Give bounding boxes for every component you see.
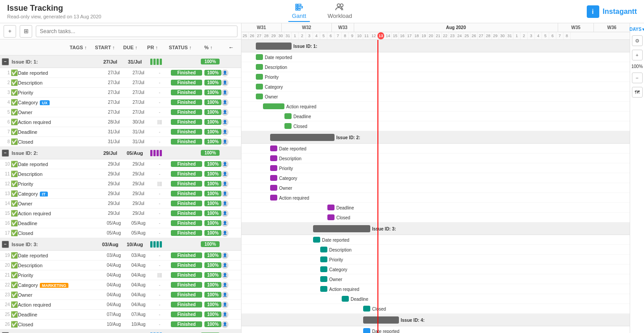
- gantt-task-label: Category: [265, 84, 283, 89]
- gantt-task-label: Date reported: [265, 55, 292, 60]
- gantt-task-bar: [320, 247, 327, 252]
- task-name[interactable]: Action required: [18, 211, 102, 216]
- pr-bar: [150, 241, 153, 248]
- gantt-task-row: Category: [242, 173, 630, 183]
- days-dropdown[interactable]: DAYS ▾: [630, 27, 644, 32]
- task-name[interactable]: Owner: [18, 201, 102, 206]
- task-name[interactable]: CategoryUX: [18, 100, 102, 105]
- group-toggle[interactable]: −: [2, 149, 9, 157]
- tab-workload[interactable]: Workload: [324, 1, 356, 22]
- task-num: 7: [2, 129, 10, 134]
- task-name[interactable]: Date reported: [18, 70, 102, 76]
- gantt-task-row: Owner: [242, 92, 630, 102]
- avatar: 👤: [221, 210, 229, 217]
- filter-button[interactable]: ⚙: [632, 35, 643, 46]
- group-row[interactable]: − Issue ID: 2: 29/Jul 05/Aug 100%: [0, 147, 241, 159]
- pct-small: 100%: [204, 99, 221, 105]
- gantt-task-bar: [363, 306, 370, 312]
- task-name[interactable]: Date reported: [18, 162, 102, 167]
- avatar: 👤: [221, 109, 229, 116]
- tag-badge: IT: [40, 192, 48, 196]
- right-sidebar: DAYS ▾ ⚙ + 100% − 🗺: [630, 23, 644, 333]
- task-num: 3: [2, 90, 10, 95]
- group-row[interactable]: − Issue ID: 3: 03/Aug 10/Aug 100%: [0, 238, 241, 251]
- task-pr: -: [151, 302, 169, 307]
- task-row: 2 ✅ Description 27/Jul 27/Jul - Finished…: [0, 78, 241, 88]
- grid-button[interactable]: ⊞: [20, 25, 32, 38]
- gantt-task-bar: [270, 195, 277, 201]
- add-row-button[interactable]: +: [4, 25, 16, 38]
- task-name[interactable]: Deadline: [18, 221, 102, 226]
- gantt-task-row: Owner: [242, 183, 630, 193]
- search-input[interactable]: [36, 26, 237, 37]
- task-name[interactable]: Description: [18, 80, 102, 85]
- gantt-scroll[interactable]: Issue ID: 1:Date reportedDescriptionPrio…: [242, 40, 630, 333]
- task-pr: -: [151, 322, 169, 327]
- task-status-cell: Finished: [169, 109, 204, 115]
- task-row: 11 ✅ Description 29/Jul 29/Jul - Finishe…: [0, 169, 241, 179]
- day-cell: 31: [284, 32, 292, 39]
- task-status-cell: Finished: [169, 321, 204, 327]
- task-pct: 100%: [204, 191, 221, 196]
- task-name[interactable]: Deadline: [18, 312, 102, 317]
- start-col-header[interactable]: START ↑: [93, 45, 117, 50]
- task-row: 10 ✅ Date reported 29/Jul 29/Jul - Finis…: [0, 159, 241, 169]
- due-col-header[interactable]: DUE ↑: [118, 45, 143, 50]
- group-toggle[interactable]: −: [2, 58, 9, 65]
- zoom-in-button[interactable]: +: [632, 50, 643, 60]
- avatar: 👤: [221, 69, 229, 77]
- tab-gantt[interactable]: Gantt: [288, 1, 310, 22]
- task-name[interactable]: Action required: [18, 302, 102, 307]
- task-name[interactable]: Priority: [18, 273, 102, 278]
- task-due: 27/Jul: [126, 70, 151, 75]
- task-name[interactable]: Date reported: [18, 253, 102, 258]
- pct-small: 100%: [204, 139, 221, 145]
- avatar: 👤: [221, 99, 229, 106]
- pct-small: 100%: [204, 161, 221, 167]
- status-badge: Finished: [171, 90, 202, 95]
- gantt-task-row: Description: [242, 154, 630, 163]
- group-pct: 100%: [201, 150, 220, 156]
- task-name[interactable]: Closed: [18, 231, 102, 236]
- task-name[interactable]: Deadline: [18, 129, 102, 135]
- task-start: 29/Jul: [102, 162, 126, 166]
- task-name[interactable]: Description: [18, 263, 102, 268]
- task-row: 8 ✅ Closed 31/Jul 31/Jul - Finished 100%…: [0, 137, 241, 147]
- pct-badge: 100%: [201, 241, 220, 247]
- task-pr: -: [151, 211, 169, 216]
- task-name[interactable]: Closed: [18, 322, 102, 327]
- task-name[interactable]: Action required: [18, 120, 102, 125]
- gantt-task-row: Action required: [242, 102, 630, 111]
- task-name[interactable]: CategoryMARKETING: [18, 282, 102, 288]
- task-name[interactable]: Owner: [18, 292, 102, 298]
- pr-col-header[interactable]: PR ↑: [144, 45, 161, 50]
- task-name[interactable]: Owner: [18, 110, 102, 115]
- avatar: 👤: [221, 220, 229, 227]
- map-view-button[interactable]: 🗺: [632, 87, 643, 98]
- group-row[interactable]: − Issue ID: 4: 10/Aug 14/Aug 88%: [0, 329, 241, 333]
- pct-col-header[interactable]: % ↑: [199, 45, 218, 50]
- task-check: ✅: [11, 161, 18, 168]
- task-pr: -: [151, 221, 169, 226]
- group-row[interactable]: − Issue ID: 1: 27/Jul 31/Jul 100%: [0, 56, 241, 68]
- gantt-task-bar: [263, 103, 284, 109]
- task-name[interactable]: Priority: [18, 181, 102, 187]
- task-name[interactable]: Description: [18, 171, 102, 177]
- task-due: 27/Jul: [126, 100, 151, 105]
- task-name[interactable]: Closed: [18, 139, 102, 145]
- task-name[interactable]: CategoryIT: [18, 191, 102, 196]
- zoom-out-button[interactable]: −: [632, 73, 643, 83]
- status-col-header[interactable]: STATUS ↑: [162, 45, 198, 50]
- group-toggle[interactable]: −: [2, 241, 9, 248]
- task-num: 26: [2, 322, 10, 327]
- gantt-task-bar: [320, 256, 327, 262]
- task-name[interactable]: Priority: [18, 90, 102, 95]
- pr-bar: [157, 150, 159, 156]
- pr-bar: [157, 241, 159, 248]
- task-check: ✅: [11, 69, 18, 77]
- gantt-group-bar: [270, 134, 335, 141]
- status-badge: Finished: [171, 282, 202, 288]
- app-header: Issue Tracking Read-only view, generated…: [0, 0, 644, 23]
- gantt-task-row: Description: [242, 62, 630, 72]
- tags-col-header[interactable]: TAGS ↑: [65, 45, 92, 50]
